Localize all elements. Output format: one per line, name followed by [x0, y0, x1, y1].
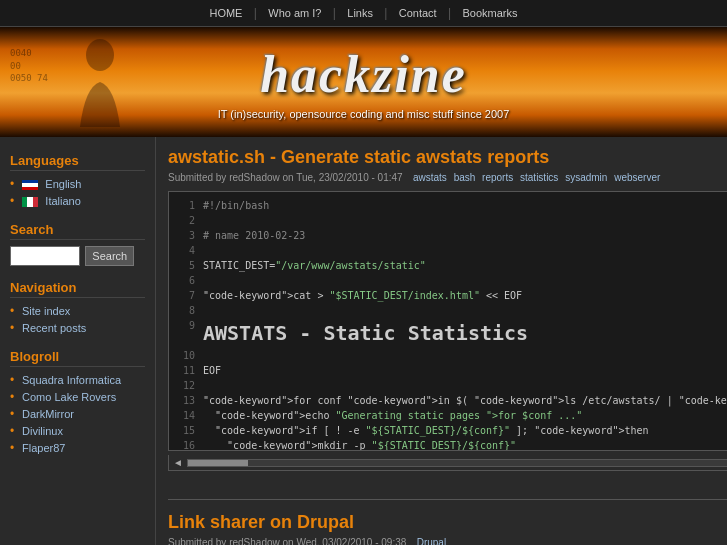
- article-2-title: Link sharer on Drupal: [168, 512, 727, 533]
- line-number: 14: [175, 408, 195, 423]
- sidebar: Languages English Italiano Search Search…: [0, 137, 155, 545]
- tag-bash[interactable]: bash: [454, 172, 476, 183]
- code-line: 15 "code-keyword">if [ ! -e "${STATIC_DE…: [175, 423, 727, 438]
- blogroll-darkmirror-link[interactable]: DarkMirror: [22, 408, 74, 420]
- line-content: EOF: [203, 363, 221, 378]
- blogroll-como[interactable]: Como Lake Rovers: [10, 390, 145, 404]
- line-content: [203, 273, 209, 288]
- nav-recent-posts[interactable]: Recent posts: [10, 321, 145, 335]
- line-content: #!/bin/bash: [203, 198, 269, 213]
- line-number: 4: [175, 243, 195, 258]
- main-content: awstatic.sh - Generate static awstats re…: [155, 137, 727, 545]
- nav-bookmarks[interactable]: Bookmarks: [463, 7, 518, 19]
- line-content: [203, 378, 209, 393]
- line-number: 10: [175, 348, 195, 363]
- code-block: 1#!/bin/bash2 3# name 2010-02-234 5STATI…: [168, 191, 727, 451]
- search-input[interactable]: [10, 246, 80, 266]
- scroll-left-icon[interactable]: ◄: [171, 457, 185, 468]
- line-number: 2: [175, 213, 195, 228]
- line-content: [203, 213, 209, 228]
- navigation-list: Site index Recent posts: [10, 304, 145, 335]
- code-line: 10: [175, 348, 727, 363]
- code-scrollbar[interactable]: ◄ ►: [168, 455, 727, 471]
- code-line: 9AWSTATS - Static Statistics: [175, 318, 727, 348]
- tag-awstats[interactable]: awstats: [413, 172, 447, 183]
- line-number: 12: [175, 378, 195, 393]
- article-1-title-link[interactable]: awstatic.sh - Generate static awstats re…: [168, 147, 549, 167]
- blogroll-divilinux-link[interactable]: Divilinux: [22, 425, 63, 437]
- code-line: 8AWSTATS - Static: [175, 303, 727, 318]
- blogroll-flaper87-link[interactable]: Flaper87: [22, 442, 65, 454]
- code-line: 14 "code-keyword">echo "Generating stati…: [175, 408, 727, 423]
- header-silhouette: [60, 37, 140, 127]
- line-number: 15: [175, 423, 195, 438]
- blogroll-como-link[interactable]: Como Lake Rovers: [22, 391, 116, 403]
- tag-webserver[interactable]: webserver: [614, 172, 660, 183]
- blogroll-darkmirror[interactable]: DarkMirror: [10, 407, 145, 421]
- line-number: 16: [175, 438, 195, 451]
- flag-en-icon: [22, 180, 38, 190]
- tag-drupal[interactable]: Drupal: [417, 537, 446, 545]
- code-line: 5STATIC_DEST="/var/www/awstats/static": [175, 258, 727, 273]
- tag-sysadmin[interactable]: sysadmin: [565, 172, 607, 183]
- site-subtitle: IT (in)security, opensource coding and m…: [218, 108, 510, 120]
- article-1-submitted: Submitted by redShadow on Tue, 23/02/201…: [168, 172, 403, 183]
- article-1: awstatic.sh - Generate static awstats re…: [168, 147, 727, 487]
- blogroll-squadra-link[interactable]: Squadra Informatica: [22, 374, 121, 386]
- tag-statistics[interactable]: statistics: [520, 172, 558, 183]
- line-content: "code-keyword">cat > "$STATIC_DEST/index…: [203, 288, 522, 303]
- nav-whoami[interactable]: Who am I?: [268, 7, 321, 19]
- blogroll-divilinux[interactable]: Divilinux: [10, 424, 145, 438]
- code-line: 6: [175, 273, 727, 288]
- line-number: 1: [175, 198, 195, 213]
- language-italian[interactable]: Italiano: [10, 194, 145, 208]
- line-content: "code-keyword">for conf "code-keyword">i…: [203, 393, 727, 408]
- navigation-title: Navigation: [10, 280, 145, 298]
- scroll-thumb[interactable]: [188, 460, 248, 466]
- nav-links[interactable]: Links: [347, 7, 373, 19]
- scroll-track[interactable]: [187, 459, 727, 467]
- nav-site-index[interactable]: Site index: [10, 304, 145, 318]
- line-number: 13: [175, 393, 195, 408]
- search-button[interactable]: Search: [85, 246, 134, 266]
- blogroll-flaper87[interactable]: Flaper87: [10, 441, 145, 455]
- nav-home[interactable]: HOME: [209, 7, 242, 19]
- article-1-footer: 1 comment Read more: [168, 475, 727, 487]
- line-number: 9: [175, 318, 195, 348]
- line-content: # name 2010-02-23: [203, 228, 305, 243]
- svg-point-0: [86, 39, 114, 71]
- language-italian-link[interactable]: Italiano: [45, 195, 80, 207]
- nav-contact[interactable]: Contact: [399, 7, 437, 19]
- line-number: 5: [175, 258, 195, 273]
- article-2: Link sharer on Drupal Submitted by redSh…: [168, 512, 727, 545]
- article-1-title: awstatic.sh - Generate static awstats re…: [168, 147, 727, 168]
- page-wrapper: Languages English Italiano Search Search…: [0, 137, 727, 545]
- line-content: AWSTATS - Static Statistics: [203, 318, 528, 348]
- nav-site-index-link[interactable]: Site index: [22, 305, 70, 317]
- line-content: "code-keyword">mkdir -p "${STATIC_DEST}/…: [203, 438, 516, 451]
- line-content: "code-keyword">if [ ! -e "${STATIC_DEST}…: [203, 423, 649, 438]
- code-line: 13"code-keyword">for conf "code-keyword"…: [175, 393, 727, 408]
- languages-title: Languages: [10, 153, 145, 171]
- nav-recent-posts-link[interactable]: Recent posts: [22, 322, 86, 334]
- line-content: [203, 243, 209, 258]
- article-1-meta: Submitted by redShadow on Tue, 23/02/201…: [168, 172, 727, 183]
- language-english[interactable]: English: [10, 177, 145, 191]
- article-2-title-link[interactable]: Link sharer on Drupal: [168, 512, 354, 532]
- line-number: 11: [175, 363, 195, 378]
- code-line: 16 "code-keyword">mkdir -p "${STATIC_DES…: [175, 438, 727, 451]
- search-title: Search: [10, 222, 145, 240]
- line-content: STATIC_DEST="/var/www/awstats/static": [203, 258, 426, 273]
- blogroll-squadra[interactable]: Squadra Informatica: [10, 373, 145, 387]
- tag-reports[interactable]: reports: [482, 172, 513, 183]
- header-code-decoration: 0040000050 74: [10, 47, 48, 85]
- blogroll-title: Blogroll: [10, 349, 145, 367]
- line-number: 3: [175, 228, 195, 243]
- code-line: 2: [175, 213, 727, 228]
- article-2-submitted: Submitted by redShadow on Wed, 03/02/201…: [168, 537, 406, 545]
- language-english-link[interactable]: English: [45, 178, 81, 190]
- languages-list: English Italiano: [10, 177, 145, 208]
- site-header: 0040000050 74 hackzine IT (in)security, …: [0, 27, 727, 137]
- code-line: 12: [175, 378, 727, 393]
- flag-it-icon: [22, 197, 38, 207]
